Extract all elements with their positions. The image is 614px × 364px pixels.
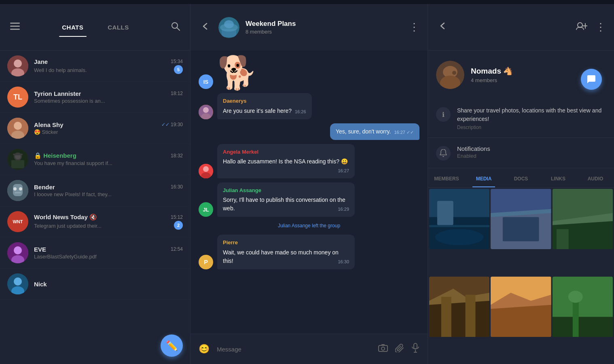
chat-name-worldnews: World News Today 🔇 (34, 214, 97, 221)
right-menu-button[interactable]: ⋮ (595, 21, 606, 34)
media-cell-2[interactable] (491, 189, 551, 249)
camera-button[interactable] (378, 344, 388, 354)
menu-button[interactable] (8, 20, 22, 34)
chat-item-bender[interactable]: Bender 16:30 I looove new Pixels! If fac… (0, 175, 190, 206)
tab-members[interactable]: MEMBERS (428, 170, 465, 187)
chat-name-heisenberg: 🔒 Heisenberg (34, 152, 76, 159)
svg-point-49 (452, 71, 456, 75)
tab-links[interactable]: LINKS (540, 170, 577, 187)
avatar-daenerys (199, 105, 213, 119)
notifications-row[interactable]: Notifications Enabled (428, 138, 614, 168)
chat-preview-jane: Well I do help animals. (34, 67, 87, 73)
mic-button[interactable] (411, 343, 419, 355)
tab-docs[interactable]: DOCS (502, 170, 540, 187)
chat-item-nick[interactable]: Nick (0, 269, 190, 300)
svg-rect-56 (491, 189, 551, 213)
chat-item-worldnews[interactable]: WNT World News Today 🔇 15:12 Telegram ju… (0, 206, 190, 237)
group-title: Weekend Plans (246, 20, 403, 28)
svg-point-9 (14, 122, 22, 130)
chat-name-tyrion: Tyrion Lannister (34, 90, 81, 97)
compose-button[interactable]: ✏️ (161, 334, 183, 357)
avatar-eve (7, 242, 28, 263)
time-outgoing: 16:27 ✓✓ (394, 129, 414, 136)
chat-preview-worldnews: Telegram just updated their... (34, 223, 102, 229)
bubble-pierre: Pierre Wait, we could have made so much … (217, 235, 355, 269)
avatar-nick (7, 273, 28, 294)
media-cell-1[interactable] (429, 189, 489, 249)
chat-info-tyrion: Tyrion Lannister 18:12 Sometimes possess… (34, 90, 183, 104)
chat-info-eve: EVE 12:54 LaserBlastSafetyGuide.pdf (34, 246, 183, 260)
chat-action-button[interactable] (581, 69, 602, 90)
svg-rect-13 (11, 160, 24, 168)
svg-rect-76 (553, 317, 613, 337)
top-bar (0, 0, 614, 4)
svg-rect-1 (10, 26, 20, 27)
svg-rect-15 (13, 154, 23, 155)
avatar-jane (7, 55, 28, 76)
svg-rect-54 (429, 225, 489, 227)
time-daenerys: 16:26 (295, 108, 306, 115)
system-msg-action: left the group (311, 223, 340, 229)
add-member-button[interactable] (576, 21, 587, 33)
back-button-middle[interactable] (199, 20, 212, 35)
message-julian: JL Julian Assange Sorry, I'll have to pu… (199, 182, 419, 217)
chat-header: Weekend Plans 8 members ⋮ (191, 4, 428, 51)
message-outgoing: Yes, sure, don't worry. 16:27 ✓✓ (199, 123, 419, 140)
badge-jane: 5 (174, 65, 183, 74)
description-label: Description (457, 125, 606, 130)
chat-preview-heisenberg: You have my financial support if... (34, 160, 112, 166)
chat-item-alena[interactable]: Alena Shy ✓✓19:30 😍 Sticker (0, 113, 190, 144)
chat-item-jane[interactable]: Jane 15:34 Well I do help animals. 5 (0, 51, 190, 82)
tabs-area: CHATS CALLS (26, 20, 165, 35)
text-pierre: Wait, we could have made so much money o… (223, 249, 339, 264)
bubble-angela: Angela Merkel Hallo alle zusammen! Is th… (217, 144, 355, 178)
chat-item-heisenberg[interactable]: 🔒 Heisenberg 18:32 You have my financial… (0, 144, 190, 175)
svg-rect-40 (414, 343, 417, 349)
sticker-image: 🐕 (217, 57, 258, 89)
avatar-julian: JL (199, 202, 213, 217)
description-content: Share your travel photos, locations with… (457, 106, 606, 123)
svg-rect-20 (15, 192, 21, 193)
chat-item-eve[interactable]: EVE 12:54 LaserBlastSafetyGuide.pdf (0, 237, 190, 269)
right-header: ⋮ (428, 4, 614, 51)
avatar-heisenberg (7, 149, 28, 170)
tab-calls[interactable]: CALLS (95, 20, 141, 35)
back-button-right[interactable] (436, 19, 450, 35)
chat-menu-button[interactable]: ⋮ (409, 21, 419, 34)
system-msg-name: Julian Assange (278, 223, 311, 229)
media-cell-4[interactable] (429, 277, 489, 337)
svg-rect-39 (381, 344, 385, 346)
time-angela: 16:27 (338, 167, 349, 174)
text-outgoing: Yes, sure, don't worry. (336, 128, 391, 135)
attach-button[interactable] (395, 343, 404, 355)
search-button[interactable] (169, 20, 182, 35)
tab-chats[interactable]: CHATS (50, 20, 95, 35)
notifications-icon (436, 146, 451, 161)
app-container: CHATS CALLS (0, 4, 614, 364)
avatar-bender (7, 180, 28, 201)
svg-point-32 (203, 107, 209, 113)
tab-audio[interactable]: AUDIO (577, 170, 614, 187)
time-julian: 16:29 (338, 206, 349, 213)
svg-point-25 (14, 277, 22, 286)
media-cell-5[interactable] (491, 277, 551, 337)
media-cell-6[interactable] (553, 277, 613, 337)
chat-time-heisenberg: 18:32 (171, 153, 183, 159)
message-sticker: IS 🐕 (199, 57, 419, 89)
media-cell-3[interactable] (553, 189, 613, 249)
bubble-julian: Julian Assange Sorry, I'll have to publi… (217, 182, 355, 217)
chat-info-jane: Jane 15:34 Well I do help animals. 5 (34, 58, 183, 74)
svg-point-30 (220, 23, 238, 32)
tab-media[interactable]: MEDIA (465, 170, 502, 187)
middle-panel: Weekend Plans 8 members ⋮ IS 🐕 (190, 4, 428, 364)
emoji-button[interactable]: 😊 (199, 344, 210, 354)
svg-rect-69 (466, 294, 476, 337)
message-input[interactable] (217, 346, 371, 353)
group-name-info: Nomads 🐴 4 members (471, 66, 513, 83)
chat-item-tyrion[interactable]: TL Tyrion Lannister 18:12 Sometimes poss… (0, 82, 190, 113)
system-message-julian-left: Julian Assange left the group (199, 221, 419, 231)
svg-point-22 (14, 246, 22, 254)
messages-area: IS 🐕 Daenerys Are you sure it's safe her… (191, 51, 428, 334)
chat-header-avatar (218, 17, 239, 38)
chat-name-jane: Jane (34, 58, 48, 65)
